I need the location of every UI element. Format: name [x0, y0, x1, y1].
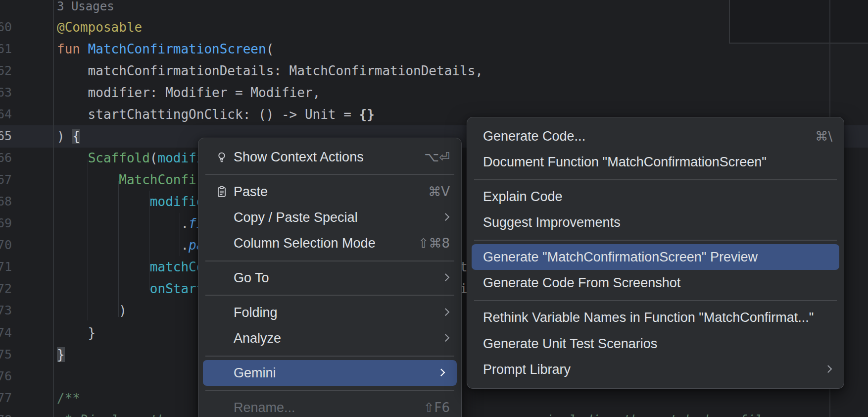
code-segment: } [57, 347, 65, 362]
menu-separator [198, 386, 461, 395]
menu-item-label: Generate Code... [483, 129, 585, 144]
menu-item-label: Gemini [234, 365, 276, 380]
submenu-arrow-icon [824, 365, 832, 373]
code-segment [57, 194, 150, 209]
gemini-submenu-item-generate-matchconfirmationscreen-preview[interactable]: Generate "MatchConfirmationScreen" Previ… [472, 244, 839, 270]
menu-item-label: Explain Code [483, 189, 563, 204]
gutter-line-number[interactable]: 61 [0, 38, 12, 60]
submenu-arrow-icon [442, 274, 450, 282]
menu-item-label: Generate "MatchConfirmationScreen" Previ… [483, 250, 758, 264]
gutter-line-number[interactable]: 72 [0, 278, 12, 300]
code-segment [57, 151, 88, 165]
menu-separator [198, 257, 461, 265]
submenu-arrow-icon [442, 308, 450, 316]
gutter-separator [53, 0, 54, 417]
menu-item-label: Generate Unit Test Scenarios [483, 336, 657, 351]
code-segment: modifier: Modifier = Modifier, [57, 85, 320, 100]
code-segment: matchConfirmationDetails: MatchConfirmat… [57, 63, 483, 78]
menu-item-shortcut: ⌥⏎ [424, 144, 450, 170]
gemini-submenu-item-rethink-variable-names-in-function-matchconfirmat[interactable]: Rethink Variable Names in Function "Matc… [467, 305, 844, 330]
context-menu-item-copy-paste-special[interactable]: Copy / Paste Special [198, 205, 461, 230]
context-menu-item-folding[interactable]: Folding [198, 300, 461, 325]
menu-item-label: Generate Code From Screenshot [483, 275, 680, 290]
code-segment: fun [57, 42, 88, 56]
code-segment [57, 260, 150, 274]
gutter-line-number[interactable]: 69 [0, 212, 12, 234]
code-line-61[interactable]: fun MatchConfirmationScreen( [57, 38, 274, 60]
code-segment: /** [57, 391, 80, 406]
gutter-line-number[interactable]: 75 [0, 344, 12, 365]
menu-separator [467, 175, 844, 184]
gutter-line-number[interactable]: 67 [0, 169, 12, 191]
context-menu-item-column-selection-mode[interactable]: Column Selection Mode⇧⌘8 [198, 230, 461, 256]
code-line-74[interactable]: } [57, 322, 96, 344]
gutter-line-number[interactable]: 73 [0, 300, 12, 321]
code-line-60[interactable]: @Composable [57, 16, 142, 38]
gemini-submenu-item-generate-code[interactable]: Generate Code...⌘\ [467, 123, 844, 149]
top-right-panel-edge [729, 0, 868, 44]
context-menu-item-go-to[interactable]: Go To [198, 265, 461, 291]
code-segment: { [72, 129, 80, 144]
gemini-submenu-item-explain-code[interactable]: Explain Code [467, 184, 844, 209]
menu-separator [467, 236, 844, 245]
code-line-64[interactable]: startChattingOnClick: () -> Unit = {} [57, 104, 375, 125]
gutter-line-number[interactable]: 74 [0, 322, 12, 344]
context-menu-item-gemini[interactable]: Gemini [203, 360, 457, 386]
ide-screen: 3 Usages 6061626364656667686970717273747… [0, 0, 868, 417]
code-segment: . [57, 216, 189, 231]
lightbulb-icon [215, 151, 228, 163]
gemini-submenu-item-prompt-library[interactable]: Prompt Library [467, 357, 844, 382]
menu-item-label: Rethink Variable Names in Function "Matc… [483, 310, 814, 325]
context-menu-item-paste[interactable]: Paste⌘V [198, 179, 461, 205]
menu-item-label: Analyze [234, 331, 281, 346]
menu-item-label: Go To [234, 270, 269, 285]
code-segment: {} [359, 107, 374, 122]
code-segment: @Composable [57, 20, 142, 35]
code-comment-fragment: n screen, including the matched profiles… [468, 409, 848, 417]
gutter-line-number[interactable]: 77 [0, 387, 12, 409]
gutter-line-number[interactable]: 78 [0, 409, 12, 417]
menu-item-shortcut: ⇧F6 [424, 395, 450, 417]
menu-separator [198, 291, 461, 300]
code-line-77[interactable]: /** [57, 387, 80, 409]
code-line-78[interactable]: * Displays the ma [57, 409, 196, 417]
gutter-line-number[interactable]: 76 [0, 365, 12, 387]
usages-inlay-hint[interactable]: 3 Usages [57, 0, 114, 17]
context-menu-item-show-context-actions[interactable]: Show Context Actions⌥⏎ [198, 144, 461, 170]
gutter-line-number[interactable]: 68 [0, 191, 12, 212]
clipboard-icon [215, 185, 228, 198]
menu-item-label: Prompt Library [483, 362, 571, 377]
code-segment [57, 172, 119, 187]
menu-item-label: Column Selection Mode [234, 236, 376, 251]
code-line-63[interactable]: modifier: Modifier = Modifier, [57, 82, 320, 104]
menu-item-label: Rename... [234, 400, 295, 415]
context-menu-item-analyze[interactable]: Analyze [198, 325, 461, 351]
gutter-line-number[interactable]: 60 [0, 16, 12, 38]
code-line-73[interactable]: ) [57, 300, 127, 321]
code-line-62[interactable]: matchConfirmationDetails: MatchConfirmat… [57, 60, 483, 82]
gemini-submenu-item-generate-unit-test-scenarios[interactable]: Generate Unit Test Scenarios [467, 331, 844, 357]
gemini-submenu: Generate Code...⌘\Document Function "Mat… [467, 117, 844, 389]
code-line-65[interactable]: ) { [57, 125, 80, 147]
gemini-submenu-item-document-function-matchconfirmationscreen[interactable]: Document Function "MatchConfirmationScre… [467, 149, 844, 175]
code-segment: . [57, 238, 189, 253]
context-menu: Show Context Actions⌥⏎Paste⌘VCopy / Past… [198, 138, 462, 417]
gutter-line-number[interactable]: 64 [0, 104, 12, 125]
context-menu-item-rename[interactable]: Rename...⇧F6 [198, 395, 461, 417]
menu-item-label: Document Function "MatchConfirmationScre… [483, 155, 767, 169]
gemini-submenu-item-generate-code-from-screenshot[interactable]: Generate Code From Screenshot [467, 270, 844, 296]
gutter-line-number[interactable]: 62 [0, 60, 12, 82]
gutter-line-number[interactable]: 65 [0, 125, 12, 147]
menu-separator [198, 170, 461, 179]
gutter-line-number[interactable]: 63 [0, 82, 12, 104]
gutter-line-number[interactable]: 70 [0, 234, 12, 256]
submenu-arrow-icon [442, 334, 450, 342]
code-segment: Scaffold [88, 151, 150, 165]
code-line-75[interactable]: } [57, 344, 65, 365]
code-segment: ) [57, 129, 72, 144]
gemini-submenu-item-suggest-improvements[interactable]: Suggest Improvements [467, 209, 844, 235]
code-segment: ( [266, 42, 274, 56]
gutter-line-number[interactable]: 71 [0, 256, 12, 278]
menu-item-shortcut: ⇧⌘8 [418, 230, 450, 256]
gutter-line-number[interactable]: 66 [0, 147, 12, 169]
